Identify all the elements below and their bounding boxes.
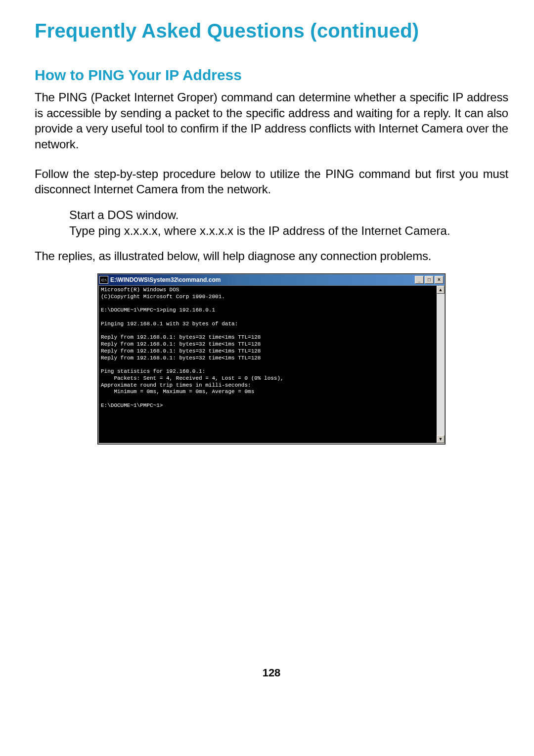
paragraph-steps-intro: Follow the step-by-step procedure below … — [35, 166, 508, 197]
scroll-down-button[interactable]: ▼ — [437, 435, 445, 443]
dos-window: C:\ E:\WINDOWS\System32\command.com _ □ … — [98, 274, 445, 444]
section-heading: How to PING Your IP Address — [35, 67, 508, 84]
close-button[interactable]: × — [435, 276, 444, 284]
dos-output: Microsoft(R) Windows DOS (C)Copyright Mi… — [98, 285, 437, 444]
dos-titlebar: C:\ E:\WINDOWS\System32\command.com _ □ … — [98, 274, 445, 285]
page-number: 128 — [35, 667, 508, 679]
minimize-button[interactable]: _ — [415, 276, 424, 284]
paragraph-replies: The replies, as illustrated below, will … — [35, 248, 508, 264]
page-title: Frequently Asked Questions (continued) — [35, 20, 508, 42]
step-1: Start a DOS window. — [69, 207, 508, 223]
paragraph-intro: The PING (Packet Internet Groper) comman… — [35, 89, 508, 152]
scroll-up-button[interactable]: ▲ — [437, 286, 445, 294]
dos-window-title: E:\WINDOWS\System32\command.com — [110, 276, 414, 283]
maximize-button[interactable]: □ — [425, 276, 434, 284]
command-prompt-icon: C:\ — [99, 276, 108, 284]
step-list: Start a DOS window. Type ping x.x.x.x, w… — [69, 207, 508, 238]
step-2: Type ping x.x.x.x, where x.x.x.x is the … — [69, 223, 508, 239]
vertical-scrollbar[interactable]: ▲ ▼ — [437, 285, 445, 444]
